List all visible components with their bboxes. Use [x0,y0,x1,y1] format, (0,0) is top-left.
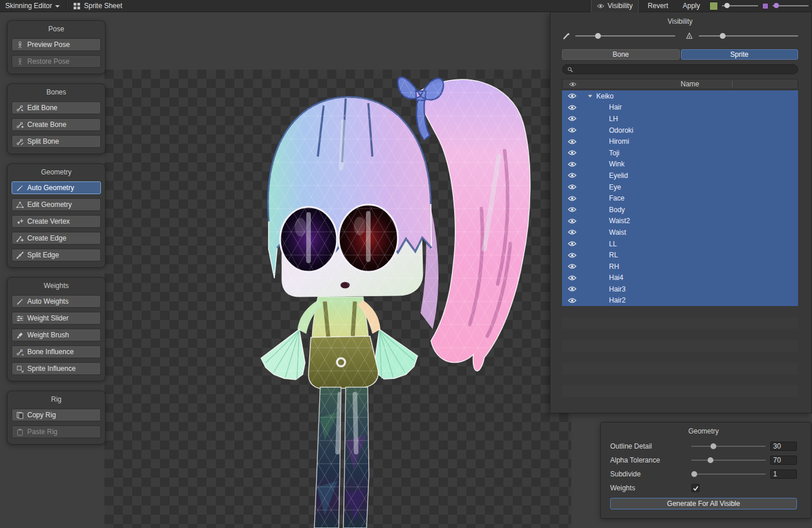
bone-influence-button[interactable]: Bone Influence [12,345,101,358]
sprite-row-hair2[interactable]: Hair2 [562,295,798,307]
weight-brush-button[interactable]: Weight Brush [12,329,101,341]
visibility-panel: Visibility Bone Sprite Name KeikoHairLHO… [550,12,812,413]
outline-detail-value[interactable]: 30 [770,442,797,451]
slider-track [691,446,766,447]
column-divider[interactable] [732,81,733,88]
revert-button[interactable]: Revert [643,0,673,12]
sprite-sheet-toggle[interactable]: Sprite Sheet [68,0,128,12]
sprite-row-toji[interactable]: Toji [562,147,798,159]
visibility-eye-icon[interactable] [562,139,582,145]
empty-list-stripe [562,340,798,352]
visibility-eye-icon[interactable] [562,206,582,213]
visibility-eye-icon[interactable] [562,161,582,167]
alpha-tolerance-value[interactable]: 70 [770,456,797,465]
slider-handle[interactable] [720,33,726,39]
paste-rig-button[interactable]: Paste Rig [12,425,101,438]
toolbar-slider-1[interactable] [722,2,758,9]
split-bone-button[interactable]: Split Bone [12,135,101,148]
sprite-row-keiko[interactable]: Keiko [562,90,798,102]
button-label: Auto Geometry [27,184,74,192]
slider-handle[interactable] [708,457,713,463]
weights-checkbox[interactable] [691,484,699,492]
panel-title-rig: Rig [12,395,101,404]
visibility-eye-icon[interactable] [562,229,582,235]
visibility-eye-icon[interactable] [562,127,582,133]
visibility-eye-icon[interactable] [562,184,582,190]
slider-handle[interactable] [774,3,779,8]
slider-track [699,35,799,37]
sprite-row-wink[interactable]: Wink [562,159,798,170]
button-label: Split Edge [27,251,59,259]
visibility-eye-icon[interactable] [562,195,582,202]
sprite-influence-button[interactable]: Sprite Influence [12,362,101,375]
sprite-table-header: Name [562,79,798,89]
sprite-row-ll[interactable]: LL [562,238,798,250]
bone-opacity-slider[interactable] [562,32,675,40]
sprite-row-rl[interactable]: RL [562,249,798,261]
search-field[interactable] [562,64,798,74]
outline-detail-slider[interactable] [691,443,766,450]
subdivide-slider[interactable] [691,471,766,478]
sprite-row-hai4[interactable]: Hai4 [562,272,798,284]
edit-geometry-button[interactable]: Edit Geometry [12,198,101,211]
search-input[interactable] [577,65,794,74]
mesh-opacity-slider[interactable] [686,32,799,40]
visibility-eye-icon[interactable] [562,115,582,122]
copy-rig-button[interactable]: Copy Rig [12,409,101,421]
chevron-down-icon [55,5,60,8]
sprite-row-waist2[interactable]: Waist2 [562,216,798,227]
sprite-row-lh[interactable]: LH [562,113,798,125]
visibility-eye-icon[interactable] [562,172,582,179]
sprite-preview-swatch[interactable] [709,2,718,10]
sprite-canvas[interactable] [104,70,571,528]
alpha-tolerance-slider[interactable] [691,457,766,464]
sprite-row-hair[interactable]: Hair [562,102,798,114]
preview-pose-button[interactable]: Preview Pose [12,38,101,51]
generate-for-all-visible-button[interactable]: Generate For All Visible [610,498,797,509]
sprite-row-eyelid[interactable]: Eyelid [562,170,798,181]
create-edge-button[interactable]: Create Edge [12,232,101,245]
sprite-row-waist[interactable]: Waist [562,227,798,238]
sprite-row-face[interactable]: Face [562,192,798,204]
create-vertex-button[interactable]: Create Vertex [12,215,101,228]
visibility-toggle-button[interactable]: Visibility [591,0,639,12]
visibility-eye-icon[interactable] [562,104,582,111]
toolbar-separator [66,2,67,10]
sprite-row-odoroki[interactable]: Odoroki [562,125,798,136]
visibility-tabs: Bone Sprite [562,49,798,60]
sprite-row-body[interactable]: Body [562,204,798,216]
foldout-arrow-icon[interactable] [586,93,593,99]
split-edge-button[interactable]: Split Edge [12,249,101,261]
slider-handle[interactable] [691,471,697,477]
create-bone-button[interactable]: Create Bone [12,118,101,131]
visibility-eye-icon[interactable] [562,241,582,247]
tab-sprite[interactable]: Sprite [681,49,799,60]
sprite-row-eye[interactable]: Eye [562,181,798,193]
visibility-eye-icon[interactable] [562,297,582,304]
visibility-panel-title: Visibility [562,12,798,30]
slider-handle[interactable] [595,33,601,39]
auto-weights-button[interactable]: Auto Weights [12,295,101,308]
skinning-editor-dropdown[interactable]: Skinning Editor [0,0,65,12]
visibility-eye-icon[interactable] [562,218,582,224]
slider-handle[interactable] [710,443,716,449]
visibility-eye-icon[interactable] [562,150,582,156]
accent-color-swatch[interactable] [762,3,768,9]
visibility-eye-icon[interactable] [562,263,582,270]
weight-slider-button[interactable]: Weight Slider [12,312,101,325]
sprite-row-hiromi[interactable]: Hiromi [562,136,798,147]
visibility-eye-icon[interactable] [562,286,582,292]
tab-bone[interactable]: Bone [562,49,680,60]
visibility-eye-icon[interactable] [562,252,582,258]
sprite-row-rh[interactable]: RH [562,261,798,272]
apply-button[interactable]: Apply [677,0,705,12]
visibility-eye-icon[interactable] [562,275,582,281]
subdivide-value[interactable]: 1 [770,469,797,479]
sprite-row-hair3[interactable]: Hair3 [562,283,798,295]
visibility-eye-icon[interactable] [562,93,582,99]
edit-bone-button[interactable]: Edit Bone [12,101,101,114]
toolbar-slider-2[interactable] [773,2,809,9]
restore-pose-button[interactable]: Restore Pose [12,55,101,68]
slider-handle[interactable] [724,3,730,8]
auto-geometry-button[interactable]: Auto Geometry [12,181,101,194]
